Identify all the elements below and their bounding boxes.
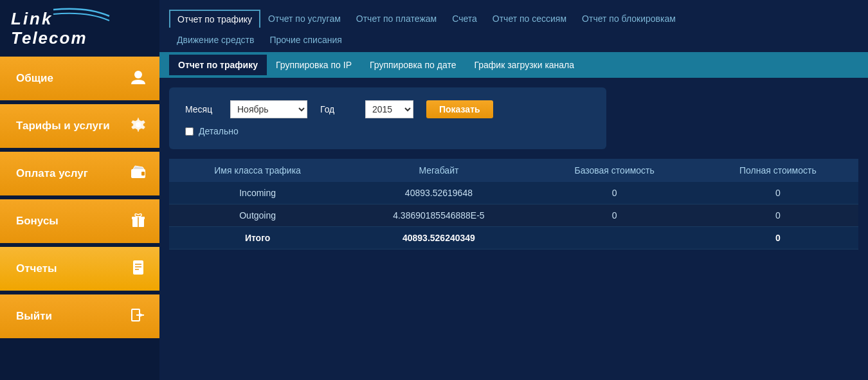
content-area: Месяц Январь Февраль Март Апрель Май Июн… [159, 78, 868, 380]
table-row: Итого40893.5262403490 [169, 227, 858, 249]
table-row: Incoming40893.5261964800 [169, 182, 858, 204]
month-select[interactable]: Январь Февраль Март Апрель Май Июнь Июль… [230, 100, 307, 118]
top-nav: Отчет по трафику Отчет по услугам Отчет … [159, 0, 868, 28]
cell-2-2 [532, 227, 698, 249]
top-nav-row2: Движение средств Прочие списания [159, 28, 868, 49]
table-header-row: Имя класса трафика Мегабайт Базовая стои… [169, 159, 858, 182]
gift-icon [130, 212, 147, 231]
sidebar-label-vyyti: Выйти [16, 310, 52, 323]
sidebar-label-tarify: Тарифы и услуги [16, 120, 110, 132]
svg-text:Telecom: Telecom [11, 28, 87, 48]
month-label: Месяц [185, 104, 217, 114]
cell-1-0: Outgoing [169, 204, 346, 227]
col-total-cost: Полная стоимость [698, 159, 858, 182]
cell-0-0: Incoming [169, 182, 346, 204]
report-icon [130, 259, 147, 279]
tab-blocks[interactable]: Отчет по блокировкам [574, 10, 683, 28]
filter-box: Месяц Январь Февраль Март Апрель Май Июн… [169, 87, 606, 149]
sidebar-item-tarify[interactable]: Тарифы и услуги [0, 104, 159, 148]
detail-row: Детально [185, 126, 590, 136]
logo: Link Telecom [10, 6, 125, 48]
table-row: Outgoing4.38690185546888E-500 [169, 204, 858, 227]
cell-1-3: 0 [698, 204, 858, 227]
sidebar-label-oplata: Оплата услуг [16, 167, 88, 180]
sidebar-item-otchety[interactable]: Отчеты [0, 247, 159, 291]
sidebar-item-obshie[interactable]: Общие [0, 57, 159, 100]
tab-accounts[interactable]: Счета [444, 10, 485, 28]
svg-text:Link: Link [11, 9, 53, 28]
year-label: Год [320, 104, 352, 114]
traffic-table: Имя класса трафика Мегабайт Базовая стои… [169, 159, 858, 249]
col-base-cost: Базовая стоимость [532, 159, 698, 182]
subnav-bydate[interactable]: Группировка по дате [361, 55, 465, 75]
col-name: Имя класса трафика [169, 159, 346, 182]
sidebar-item-bonusy[interactable]: Бонусы [0, 199, 159, 243]
cell-2-0: Итого [169, 227, 346, 249]
svg-rect-5 [141, 172, 145, 176]
filter-row-main: Месяц Январь Февраль Март Апрель Май Июн… [185, 100, 590, 118]
subnav-channel[interactable]: График загрузки канала [465, 55, 583, 75]
tab-movement[interactable]: Движение средств [169, 31, 262, 49]
cell-0-2: 0 [532, 182, 698, 204]
show-button[interactable]: Показать [426, 100, 493, 118]
tab-services[interactable]: Отчет по услугам [260, 10, 348, 28]
svg-point-2 [134, 71, 142, 78]
subnav-report[interactable]: Отчет по трафику [169, 55, 267, 75]
cell-0-3: 0 [698, 182, 858, 204]
detail-label[interactable]: Детально [199, 126, 239, 136]
main-content: Отчет по трафику Отчет по услугам Отчет … [159, 0, 868, 380]
logo-area: Link Telecom [0, 0, 159, 55]
cell-2-3: 0 [698, 227, 858, 249]
sidebar: Link Telecom Общие Тарифы и услуги [0, 0, 159, 380]
sidebar-label-obshie: Общие [16, 72, 53, 85]
cell-1-2: 0 [532, 204, 698, 227]
svg-rect-9 [133, 260, 143, 275]
sidebar-label-bonusy: Бонусы [16, 215, 59, 228]
detail-checkbox[interactable] [185, 127, 194, 136]
sub-nav: Отчет по трафику Группировка по IP Групп… [159, 52, 868, 78]
subnav-byip[interactable]: Группировка по IP [267, 55, 361, 75]
col-megabytes: Мегабайт [346, 159, 531, 182]
sidebar-item-oplata[interactable]: Оплата услуг [0, 152, 159, 195]
tab-payments[interactable]: Отчет по платежам [348, 10, 444, 28]
sidebar-item-vyyti[interactable]: Выйти [0, 294, 159, 338]
gear-icon [130, 116, 147, 136]
year-select[interactable]: 2013 2014 2015 2016 [365, 100, 413, 118]
cell-0-1: 40893.52619648 [346, 182, 531, 204]
sidebar-label-otchety: Отчеты [16, 262, 57, 275]
tab-other[interactable]: Прочие списания [262, 31, 349, 49]
exit-icon [130, 307, 147, 327]
tab-sessions[interactable]: Отчет по сессиям [485, 10, 574, 28]
tab-traffic[interactable]: Отчет по трафику [169, 10, 260, 28]
cell-1-1: 4.38690185546888E-5 [346, 204, 531, 227]
user-icon [130, 69, 147, 89]
cell-2-1: 40893.526240349 [346, 227, 531, 249]
wallet-icon [130, 164, 147, 184]
